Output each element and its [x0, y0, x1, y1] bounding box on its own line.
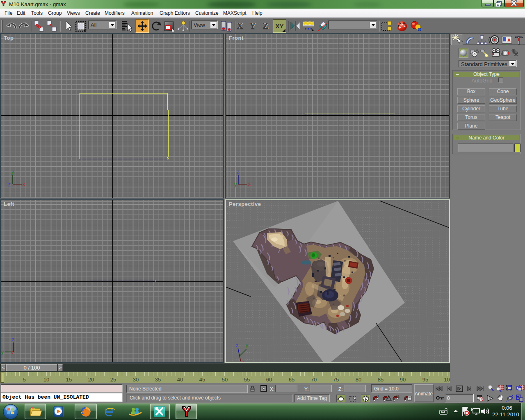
svg-text:z: z	[236, 342, 238, 348]
svg-text:3: 3	[377, 395, 379, 398]
svg-text:z: z	[237, 169, 239, 175]
svg-text:x: x	[11, 349, 13, 355]
svg-text:y: y	[246, 342, 248, 348]
svg-text:x: x	[23, 181, 25, 187]
svg-text:%: %	[396, 395, 399, 399]
svg-text:z: z	[8, 182, 11, 187]
svg-text:z: z	[12, 337, 14, 342]
svg-text:y: y	[1, 349, 4, 355]
svg-text:y: y	[11, 169, 14, 175]
svg-text:x: x	[248, 181, 251, 187]
svg-text:y: y	[234, 182, 237, 187]
svg-text:x: x	[242, 359, 244, 362]
